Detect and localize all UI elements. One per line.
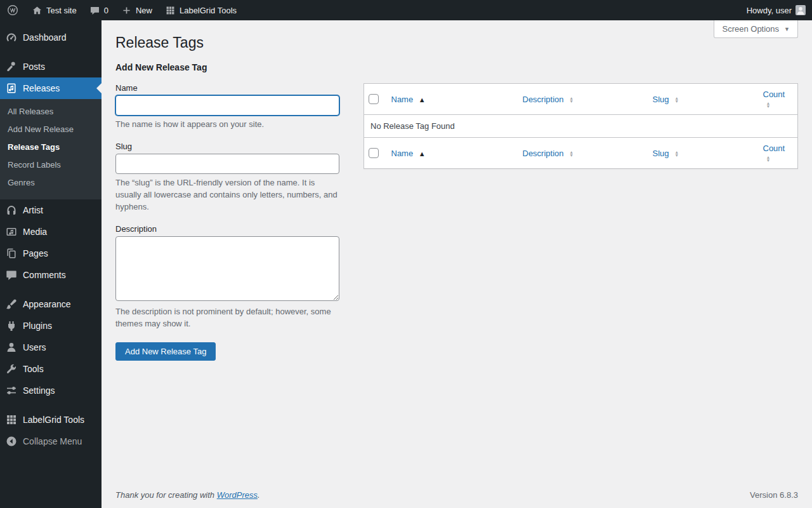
avatar [796, 5, 806, 15]
comment-bubble-icon [89, 5, 100, 16]
select-all-checkbox-foot[interactable] [369, 148, 379, 158]
release-tags-table: Name ▲▼ Description ▲▼ Slug ▲▼ [363, 83, 798, 169]
sidebar-item-pages[interactable]: Pages [0, 243, 102, 264]
footer: Thank you for creating with WordPress. V… [102, 490, 812, 508]
chevron-down-icon: ▼ [784, 26, 790, 32]
slug-label: Slug [115, 142, 339, 151]
empty-row: No Release Tag Found [364, 115, 798, 138]
sidebar-item-label: Pages [23, 247, 48, 260]
sidebar-item-dashboard[interactable]: Dashboard [0, 27, 102, 48]
labelgrid-tools-menu[interactable]: LabelGrid Tools [159, 0, 243, 20]
sidebar-item-appearance[interactable]: Appearance [0, 293, 102, 315]
settings-icon [5, 384, 18, 397]
header-checkbox-cell [364, 84, 385, 115]
comments-count: 0 [104, 6, 108, 15]
description-label: Description [115, 224, 339, 234]
site-name-menu[interactable]: Test site [25, 0, 83, 20]
sidebar-item-releases[interactable]: Releases [0, 77, 102, 99]
screen-options-button[interactable]: Screen Options ▼ [714, 20, 798, 38]
releases-icon [5, 82, 18, 95]
sidebar-item-comments[interactable]: Comments [0, 264, 102, 286]
sidebar-item-label: Appearance [23, 298, 71, 311]
sort-icon: ▲▼ [569, 97, 573, 103]
column-header-name[interactable]: Name ▲▼ [385, 84, 516, 115]
page-title: Release Tags [115, 20, 798, 52]
column-label-name: Name [391, 95, 414, 104]
sidebar-item-posts[interactable]: Posts [0, 56, 102, 77]
slug-input[interactable] [115, 154, 339, 174]
sidebar-item-label: Collapse Menu [23, 435, 82, 448]
wordpress-logo[interactable] [0, 0, 25, 20]
name-field-group: Name The name is how it appears on your … [115, 83, 339, 130]
comments-icon [5, 269, 18, 281]
empty-message: No Release Tag Found [364, 115, 798, 138]
submenu-item-release-tags[interactable]: Release Tags [0, 138, 102, 156]
tags-list-column: Name ▲▼ Description ▲▼ Slug ▲▼ [363, 62, 798, 169]
description-textarea[interactable] [115, 236, 339, 301]
my-account-menu[interactable]: Howdy, user [740, 0, 812, 20]
submenu-item-add-new-release[interactable]: Add New Release [0, 121, 102, 138]
wordpress-logo-icon [6, 4, 19, 17]
howdy-label: Howdy, user [747, 6, 792, 15]
column-label-description: Description [523, 95, 564, 104]
tools-icon [5, 363, 18, 375]
column-label-slug: Slug [653, 149, 669, 158]
submenu-item-all-releases[interactable]: All Releases [0, 103, 102, 121]
sidebar-item-settings[interactable]: Settings [0, 380, 102, 401]
slug-field-group: Slug The “slug” is the URL-friendly vers… [115, 142, 339, 213]
column-footer-count[interactable]: Count ▲▼ [757, 138, 798, 169]
plus-icon [121, 5, 132, 16]
sidebar-item-label: LabelGrid Tools [23, 413, 84, 426]
comments-menu[interactable]: 0 [83, 0, 115, 20]
new-content-menu[interactable]: New [115, 0, 159, 20]
sidebar-item-label: Dashboard [23, 31, 67, 44]
footer-checkbox-cell [364, 138, 385, 169]
submenu-item-record-labels[interactable]: Record Labels [0, 156, 102, 174]
wordpress-link[interactable]: WordPress [217, 490, 258, 500]
slug-help: The “slug” is the URL-friendly version o… [115, 177, 339, 213]
menu-separator [0, 286, 102, 293]
menu-separator [0, 401, 102, 409]
sidebar-item-collapse-menu[interactable]: Collapse Menu [0, 431, 102, 452]
add-new-release-tag-button[interactable]: Add New Release Tag [115, 342, 216, 361]
table-header-row: Name ▲▼ Description ▲▼ Slug ▲▼ [364, 84, 798, 115]
users-icon [5, 341, 18, 354]
column-header-count[interactable]: Count ▲▼ [757, 84, 798, 115]
sidebar-item-tools[interactable]: Tools [0, 358, 102, 380]
sidebar-item-artist[interactable]: Artist [0, 199, 102, 221]
sidebar-item-label: Users [23, 341, 46, 354]
artist-icon [5, 204, 18, 217]
sidebar-item-plugins[interactable]: Plugins [0, 315, 102, 337]
column-header-slug[interactable]: Slug ▲▼ [646, 84, 757, 115]
sidebar-item-label: Media [23, 225, 47, 238]
grid-icon [165, 5, 176, 16]
column-footer-slug[interactable]: Slug ▲▼ [646, 138, 757, 169]
column-footer-description[interactable]: Description ▲▼ [516, 138, 646, 169]
sort-asc-icon: ▲▼ [419, 97, 426, 103]
name-input[interactable] [115, 95, 339, 116]
select-all-checkbox[interactable] [369, 94, 379, 104]
sidebar-item-media[interactable]: Media [0, 221, 102, 243]
admin-bar: Test site 0 New LabelGrid Tools Howdy, u… [0, 0, 812, 20]
appearance-icon [5, 298, 18, 311]
footer-thanks-period: . [258, 490, 260, 500]
menu-separator [0, 48, 102, 56]
column-label-name: Name [391, 149, 414, 158]
sort-asc-icon: ▲▼ [419, 150, 426, 157]
column-footer-name[interactable]: Name ▲▼ [385, 138, 516, 169]
sidebar-item-label: Artist [23, 204, 43, 217]
sort-icon: ▲▼ [766, 156, 771, 162]
name-label: Name [115, 83, 339, 93]
column-header-description[interactable]: Description ▲▼ [516, 84, 646, 115]
sort-icon: ▲▼ [569, 150, 573, 157]
add-tag-form: Add New Release Tag Name The name is how… [115, 62, 339, 361]
main-content: Screen Options ▼ Release Tags Add New Re… [102, 20, 812, 508]
column-label-count: Count [763, 90, 785, 99]
new-label: New [136, 6, 152, 15]
releases-submenu: All ReleasesAdd New ReleaseRelease TagsR… [0, 99, 102, 199]
submenu-item-genres[interactable]: Genres [0, 174, 102, 192]
posts-icon [5, 60, 18, 73]
footer-thanks-text: Thank you for creating with [115, 490, 214, 500]
sidebar-item-users[interactable]: Users [0, 337, 102, 358]
sidebar-item-labelgrid-tools[interactable]: LabelGrid Tools [0, 409, 102, 431]
